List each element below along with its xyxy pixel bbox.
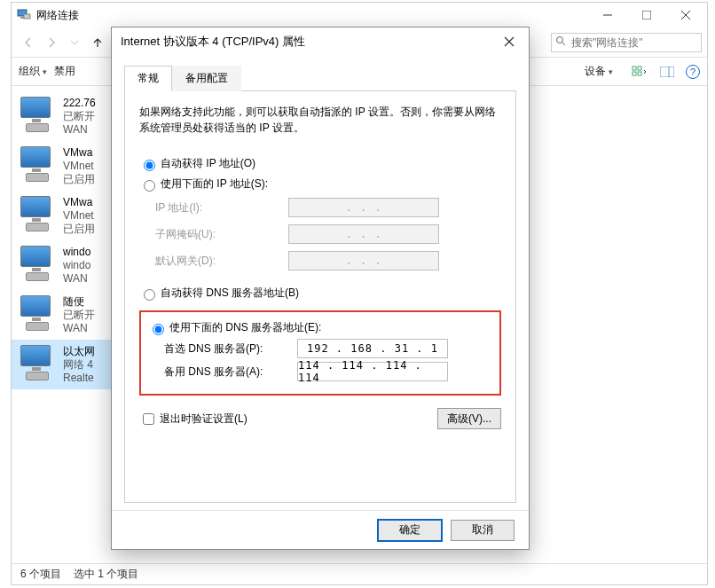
view-options-button[interactable]	[629, 62, 648, 82]
up-button[interactable]	[86, 31, 109, 54]
back-button[interactable]	[17, 31, 40, 54]
dialog-close-button[interactable]	[499, 31, 520, 52]
svg-point-7	[557, 37, 563, 43]
validate-on-exit-label: 退出时验证设置(L)	[160, 412, 248, 427]
field-ip-address: IP 地址(I): . . .	[155, 198, 501, 217]
close-button[interactable]	[666, 3, 705, 27]
status-item-count: 6 个项目	[20, 567, 61, 582]
tab-general[interactable]: 常规	[124, 66, 172, 91]
highlight-annotation: 使用下面的 DNS 服务器地址(E): 首选 DNS 服务器(P): 192 .…	[139, 310, 501, 396]
advanced-button[interactable]: 高级(V)...	[437, 408, 501, 429]
radio-auto-ip-input[interactable]	[144, 160, 155, 171]
adapter-icon	[19, 95, 56, 132]
radio-auto-dns-input[interactable]	[144, 289, 155, 301]
tab-panel-general: 如果网络支持此功能，则可以获取自动指派的 IP 设置。否则，你需要从网络系统管理…	[124, 91, 516, 503]
radio-manual-dns[interactable]: 使用下面的 DNS 服务器地址(E):	[148, 320, 492, 335]
dialog-titlebar: Internet 协议版本 4 (TCP/IPv4) 属性	[112, 27, 529, 56]
ip-address-input: . . .	[288, 198, 439, 217]
window-titlebar: 网络连接	[12, 3, 707, 27]
search-input[interactable]	[570, 35, 706, 50]
preferred-dns-input[interactable]: 192 . 168 . 31 . 1	[297, 339, 448, 358]
svg-rect-4	[642, 11, 651, 20]
status-selection-count: 选中 1 个项目	[74, 567, 138, 582]
subnet-mask-input: . . .	[288, 224, 439, 244]
radio-manual-ip[interactable]: 使用下面的 IP 地址(S):	[139, 176, 501, 192]
maximize-button[interactable]	[627, 3, 666, 27]
cancel-button[interactable]: 取消	[451, 520, 515, 541]
svg-rect-12	[638, 72, 641, 75]
field-gateway: 默认网关(D): . . .	[155, 251, 501, 270]
adapter-icon	[19, 194, 56, 231]
adapter-icon	[19, 294, 56, 331]
svg-rect-10	[638, 67, 641, 70]
validate-on-exit-row: 退出时验证设置(L) 高级(V)...	[139, 408, 501, 429]
description-text: 如果网络支持此功能，则可以获取自动指派的 IP 设置。否则，你需要从网络系统管理…	[139, 104, 501, 136]
svg-rect-1	[20, 17, 24, 19]
minimize-button[interactable]	[588, 3, 627, 27]
organize-menu[interactable]: 组织	[19, 64, 47, 79]
radio-manual-ip-input[interactable]	[144, 180, 155, 192]
app-icon	[17, 8, 31, 22]
svg-rect-2	[24, 14, 30, 19]
radio-manual-dns-input[interactable]	[153, 324, 164, 335]
tab-alternate[interactable]: 备用配置	[172, 66, 241, 91]
svg-line-8	[562, 43, 565, 45]
dialog-title: Internet 协议版本 4 (TCP/IPv4) 属性	[121, 34, 305, 50]
alternate-dns-input[interactable]: 114 . 114 . 114 . 114	[297, 362, 448, 381]
ipv4-properties-dialog: Internet 协议版本 4 (TCP/IPv4) 属性 常规 备用配置 如果…	[111, 27, 530, 550]
tab-strip: 常规 备用配置	[124, 65, 516, 91]
search-icon	[555, 35, 566, 49]
disable-adapter-button[interactable]: 禁用	[54, 64, 75, 79]
svg-rect-9	[632, 67, 636, 70]
gateway-input: . . .	[288, 251, 439, 270]
adapter-icon	[19, 244, 56, 281]
svg-rect-13	[660, 67, 674, 77]
adapter-icon	[19, 145, 56, 182]
search-box[interactable]	[551, 33, 702, 52]
window-caption-buttons	[588, 3, 705, 27]
svg-rect-11	[632, 72, 636, 75]
dialog-footer: 确定 取消	[112, 510, 529, 549]
truncated-command[interactable]: 设备	[585, 64, 613, 79]
preview-pane-button[interactable]	[657, 62, 677, 82]
window-title: 网络连接	[36, 8, 588, 23]
forward-button[interactable]	[40, 31, 63, 54]
validate-on-exit-checkbox[interactable]	[143, 413, 154, 425]
field-preferred-dns: 首选 DNS 服务器(P): 192 . 168 . 31 . 1	[164, 339, 492, 358]
radio-auto-dns[interactable]: 自动获得 DNS 服务器地址(B)	[139, 286, 501, 301]
recent-dropdown[interactable]	[63, 31, 86, 54]
field-subnet-mask: 子网掩码(U): . . .	[155, 224, 501, 244]
radio-auto-ip[interactable]: 自动获得 IP 地址(O)	[139, 156, 501, 171]
help-button[interactable]: ?	[686, 65, 700, 79]
field-alternate-dns: 备用 DNS 服务器(A): 114 . 114 . 114 . 114	[164, 362, 492, 381]
adapter-icon	[19, 343, 56, 380]
status-bar: 6 个项目 选中 1 个项目	[12, 563, 707, 584]
ok-button[interactable]: 确定	[378, 520, 442, 541]
